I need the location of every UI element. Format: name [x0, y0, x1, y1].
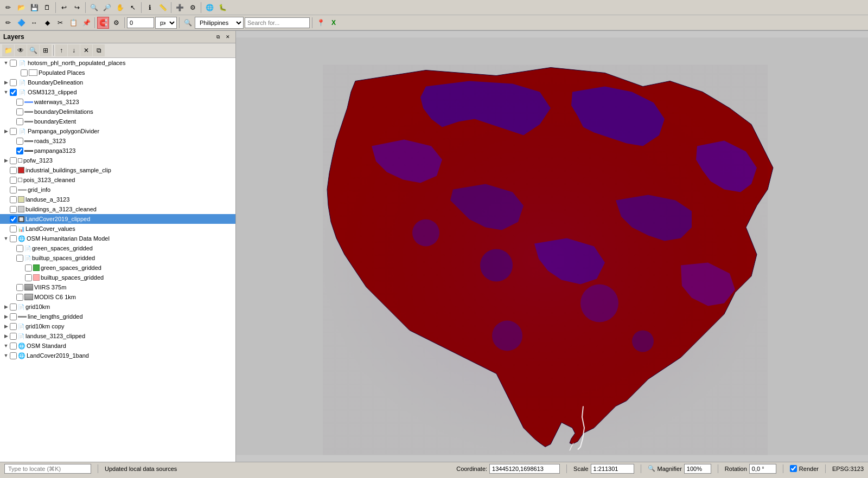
globe-btn[interactable]: 🌐	[203, 2, 215, 14]
layer-populated-places[interactable]: Populated Places	[0, 68, 235, 77]
layer-industrial[interactable]: industrial_buildings_sample_clip	[0, 165, 235, 175]
zoom-in-btn[interactable]: 🔍	[88, 2, 100, 14]
cb-gsg[interactable]	[16, 245, 23, 252]
layer-green-spaces-g[interactable]: 📄 green_spaces_gridded	[0, 243, 235, 253]
redo-btn[interactable]: ↪	[71, 2, 83, 14]
layer-builtup-spaces-g[interactable]: 📄 builtup_spaces_gridded	[0, 253, 235, 263]
cb-p3123[interactable]	[16, 147, 23, 154]
layer-roads[interactable]: roads_3123	[0, 136, 235, 146]
layer-landuse-clipped[interactable]: ▶ 📄 landuse_3123_clipped	[0, 331, 235, 341]
cb-luc[interactable]	[10, 333, 17, 340]
expand-pp[interactable]	[15, 69, 21, 76]
open-btn[interactable]: 📂	[15, 2, 27, 14]
remove-layer-btn[interactable]: ✕	[80, 44, 92, 56]
select-btn[interactable]: ↖	[127, 2, 139, 14]
cb-hotosm[interactable]	[10, 60, 17, 67]
layer-boundary-delims[interactable]: boundaryDelimitations	[0, 107, 235, 117]
layer-modis[interactable]: MODIS C6 1km	[0, 292, 235, 302]
snapping-btn[interactable]: 🧲	[97, 17, 109, 29]
layer-builtup-spaces-item[interactable]: builtup_spaces_gridded	[0, 273, 235, 282]
layer-buildings-a[interactable]: buildings_a_3123_cleaned	[0, 204, 235, 214]
zoom-out-btn[interactable]: 🔎	[101, 2, 113, 14]
debug-btn[interactable]: 🐛	[216, 2, 228, 14]
layer-props-btn[interactable]: ⚙	[187, 2, 199, 14]
excel-btn[interactable]: X	[328, 17, 340, 29]
cb-osm3123[interactable]	[10, 89, 17, 96]
expand-bd[interactable]: ▶	[2, 79, 10, 86]
layer-pampanga-poly[interactable]: ▶ 📄 Pampanga_polygonDivider	[0, 126, 235, 136]
undo-btn[interactable]: ↩	[58, 2, 70, 14]
cb-modis[interactable]	[16, 294, 23, 301]
expand-osms[interactable]: ▼	[2, 342, 10, 350]
cb-bsi[interactable]	[25, 274, 32, 281]
cb-g10c[interactable]	[10, 323, 17, 330]
layer-hotosm[interactable]: ▼ 📄 hotosm_phl_north_populated_places	[0, 58, 235, 68]
cb-gsi[interactable]	[25, 264, 32, 272]
close-panel-btn[interactable]: ✕	[224, 33, 232, 41]
layer-landcover-clipped[interactable]: 🔲 LandCover2019_clipped	[0, 214, 235, 224]
layer-waterways[interactable]: waterways_3123	[0, 97, 235, 107]
map-tips-btn[interactable]: 📍	[315, 17, 327, 29]
expand-grid10km[interactable]: ▶	[2, 303, 10, 311]
layer-grid10km[interactable]: ▶ 📄 grid10km	[0, 302, 235, 312]
layer-green-spaces-item[interactable]: green_spaces_gridded	[0, 263, 235, 273]
cb-viirs[interactable]	[16, 284, 23, 291]
coord-input[interactable]	[489, 464, 560, 474]
layer-pampanga3123[interactable]: pampanga3123	[0, 146, 235, 156]
new-btn[interactable]: ✏	[2, 2, 14, 14]
layers-content[interactable]: ▼ 📄 hotosm_phl_north_populated_places Po…	[0, 58, 235, 462]
cb-osms[interactable]	[10, 343, 17, 350]
duplicate-btn[interactable]: ⧉	[93, 44, 105, 56]
cb-industrial[interactable]	[10, 167, 17, 174]
paste-feat-btn[interactable]: 📌	[80, 17, 92, 29]
cb-pp[interactable]	[21, 69, 28, 76]
layer-boundary-extent[interactable]: boundaryExtent	[0, 117, 235, 126]
locate-input[interactable]	[4, 464, 91, 474]
move-up-btn[interactable]: ↑	[55, 44, 67, 56]
cb-bld[interactable]	[10, 206, 17, 213]
expand-pofw[interactable]: ▶	[2, 157, 10, 164]
expand-lc1[interactable]: ▼	[2, 352, 10, 359]
magnifier-input[interactable]	[684, 464, 711, 474]
cb-roads[interactable]	[16, 138, 23, 145]
render-checkbox[interactable]	[790, 465, 797, 472]
cb-lu[interactable]	[10, 196, 17, 203]
layer-pois[interactable]: pois_3123_cleaned	[0, 175, 235, 185]
cb-pofw[interactable]	[10, 157, 17, 164]
cb-grid10km[interactable]	[10, 303, 17, 311]
layer-osm3123[interactable]: ▼ 📄 OSM3123_clipped	[0, 87, 235, 97]
location-select[interactable]: Philippines	[195, 17, 244, 29]
expand-all-btn[interactable]: ⊞	[40, 44, 52, 56]
filter-layers-btn[interactable]: 🔍	[27, 44, 39, 56]
cb-ww[interactable]	[16, 99, 23, 106]
add-feat-btn[interactable]: 🔷	[15, 17, 27, 29]
identify-btn[interactable]: ℹ	[144, 2, 156, 14]
epsg-item[interactable]: EPSG:3123	[832, 466, 864, 472]
add-layer-btn[interactable]: ➕	[174, 2, 186, 14]
cb-bdelims[interactable]	[16, 108, 23, 115]
layer-line-lengths[interactable]: ▶ line_lengths_gridded	[0, 312, 235, 321]
layer-boundary-delin[interactable]: ▶ 📄 BoundaryDelineation	[0, 77, 235, 87]
pan-btn[interactable]: ✋	[114, 2, 126, 14]
cb-osmhum[interactable]	[10, 235, 17, 242]
layer-grid-info[interactable]: grid_info	[0, 185, 235, 195]
expand-osmhum[interactable]: ▼	[2, 235, 10, 242]
rotation-status-input[interactable]	[749, 464, 776, 474]
snap-config-btn[interactable]: ⚙	[110, 17, 122, 29]
layer-pofw[interactable]: ▶ pofw_3123	[0, 156, 235, 165]
layer-landcover-1band[interactable]: ▼ 🌐 LandCover2019_1band	[0, 351, 235, 360]
expand-ll[interactable]: ▶	[2, 313, 10, 320]
measure-btn[interactable]: 📏	[157, 2, 169, 14]
cb-ll[interactable]	[10, 313, 17, 320]
cb-lcc[interactable]	[10, 216, 17, 223]
save-as-btn[interactable]: 🗒	[41, 2, 53, 14]
expand-luc[interactable]: ▶	[2, 332, 10, 340]
layer-viirs[interactable]: VIIRS 375m	[0, 282, 235, 292]
node-tool-btn[interactable]: ◆	[41, 17, 53, 29]
layer-grid10km-copy[interactable]: ▶ 📄 grid10km copy	[0, 321, 235, 331]
cb-bd[interactable]	[10, 79, 17, 86]
cb-lcv[interactable]	[10, 225, 17, 232]
layer-osm-hum[interactable]: ▼ 🌐 OSM Humanitarian Data Model	[0, 234, 235, 243]
manage-vis-btn[interactable]: 👁	[15, 44, 27, 56]
cb-pampanga[interactable]	[10, 128, 17, 135]
